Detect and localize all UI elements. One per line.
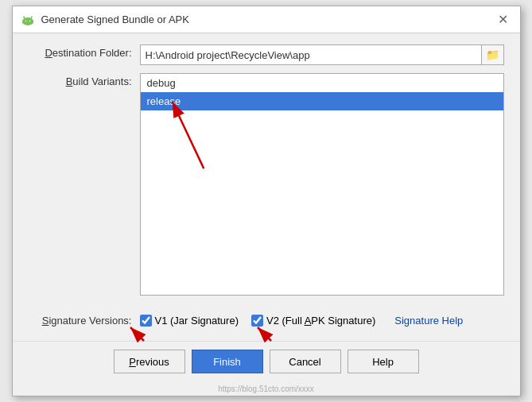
svg-point-4 (25, 20, 26, 21)
android-icon (21, 13, 35, 27)
previous-button[interactable]: Previous (114, 350, 185, 373)
build-variants-row: Build Variants: debug release (29, 73, 504, 296)
build-variants-label: Build Variants: (29, 73, 140, 87)
watermark: https://blog.51cto.com/xxxx (13, 385, 520, 396)
svg-line-10 (130, 327, 144, 341)
finish-button[interactable]: Finish (192, 350, 263, 373)
title-bar: Generate Signed Bundle or APK ✕ (13, 6, 520, 33)
browse-folder-button[interactable]: 📁 (482, 44, 504, 65)
button-row: Previous Finish Cancel Help (13, 341, 520, 385)
destination-input[interactable] (140, 44, 482, 65)
help-button[interactable]: Help (348, 350, 419, 373)
dialog-title: Generate Signed Bundle or APK (41, 14, 495, 25)
variant-debug[interactable]: debug (141, 74, 503, 92)
variant-release[interactable]: release (141, 92, 503, 110)
signature-label: Signature Versions: (29, 315, 140, 327)
generate-signed-dialog: Generate Signed Bundle or APK ✕ Destinat… (12, 6, 521, 396)
variants-list: debug release (140, 73, 504, 296)
dialog-content: Destination Folder: 📁 Build Variants: de… (13, 33, 520, 311)
svg-rect-1 (22, 20, 33, 24)
svg-line-3 (31, 17, 32, 19)
svg-line-11 (258, 327, 271, 341)
destination-row: Destination Folder: 📁 (29, 44, 504, 65)
build-variants-dropdown: debug release (140, 73, 504, 296)
close-button[interactable]: ✕ (495, 11, 512, 29)
cancel-button[interactable]: Cancel (270, 350, 341, 373)
svg-line-2 (24, 17, 25, 19)
svg-point-5 (29, 20, 30, 21)
destination-label: Destination Folder: (29, 44, 140, 59)
svg-line-7 (172, 102, 204, 168)
folder-icon: 📁 (486, 48, 499, 61)
